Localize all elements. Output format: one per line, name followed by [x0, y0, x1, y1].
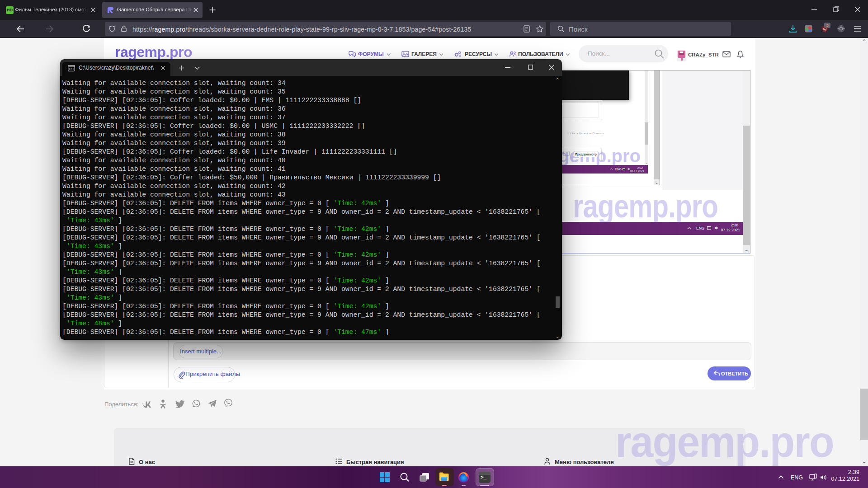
- svg-text:C:\: C:\: [69, 68, 75, 71]
